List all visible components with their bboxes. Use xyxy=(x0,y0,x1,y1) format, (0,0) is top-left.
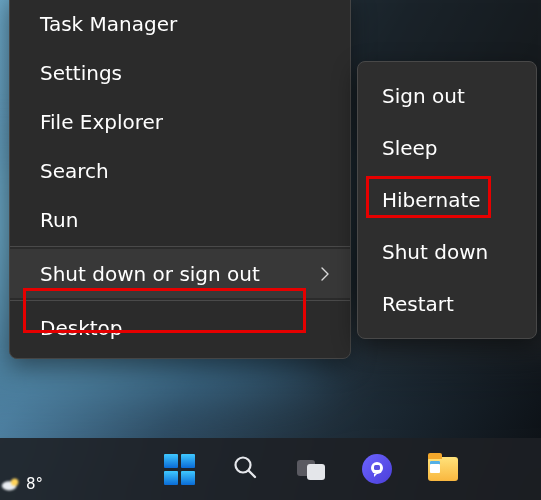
weather-icon xyxy=(0,475,22,493)
menu-separator xyxy=(10,246,350,247)
menu-item-label: Restart xyxy=(382,292,454,316)
submenu-item-sleep[interactable]: Sleep xyxy=(358,122,536,174)
submenu-item-shut-down[interactable]: Shut down xyxy=(358,226,536,278)
menu-item-label: Sleep xyxy=(382,136,438,160)
chevron-right-icon xyxy=(320,262,330,286)
weather-temperature: 8° xyxy=(26,475,43,493)
submenu-item-sign-out[interactable]: Sign out xyxy=(358,70,536,122)
menu-item-label: Search xyxy=(40,159,109,183)
menu-item-label: Shut down xyxy=(382,240,488,264)
start-button[interactable] xyxy=(160,450,198,488)
menu-item-desktop[interactable]: Desktop xyxy=(10,303,350,352)
submenu-item-hibernate[interactable]: Hibernate xyxy=(358,174,536,226)
menu-item-label: File Explorer xyxy=(40,110,163,134)
search-icon xyxy=(232,454,258,484)
menu-item-label: Shut down or sign out xyxy=(40,262,260,286)
menu-item-file-explorer[interactable]: File Explorer xyxy=(10,97,350,146)
menu-item-label: Task Manager xyxy=(40,12,177,36)
svg-point-1 xyxy=(11,479,18,486)
svg-line-3 xyxy=(249,471,255,477)
menu-item-task-manager[interactable]: Task Manager xyxy=(10,0,350,48)
menu-item-shutdown-signout[interactable]: Shut down or sign out xyxy=(10,249,350,298)
submenu-item-restart[interactable]: Restart xyxy=(358,278,536,330)
menu-item-search[interactable]: Search xyxy=(10,146,350,195)
menu-item-settings[interactable]: Settings xyxy=(10,48,350,97)
menu-item-run[interactable]: Run xyxy=(10,195,350,244)
taskbar-search-button[interactable] xyxy=(226,450,264,488)
file-explorer-button[interactable] xyxy=(424,450,462,488)
winx-context-menu: Task Manager Settings File Explorer Sear… xyxy=(9,0,351,359)
file-explorer-icon xyxy=(428,457,458,481)
menu-item-label: Hibernate xyxy=(382,188,481,212)
menu-item-label: Desktop xyxy=(40,316,122,340)
chat-icon xyxy=(362,454,392,484)
menu-separator xyxy=(10,300,350,301)
svg-rect-5 xyxy=(374,465,380,470)
menu-item-label: Run xyxy=(40,208,78,232)
task-view-icon xyxy=(297,458,325,480)
menu-item-label: Sign out xyxy=(382,84,465,108)
chat-button[interactable] xyxy=(358,450,396,488)
taskbar xyxy=(0,438,541,500)
menu-item-label: Settings xyxy=(40,61,122,85)
start-icon xyxy=(164,454,195,485)
power-submenu: Sign out Sleep Hibernate Shut down Resta… xyxy=(357,61,537,339)
taskbar-weather[interactable]: 8° xyxy=(0,475,43,493)
task-view-button[interactable] xyxy=(292,450,330,488)
